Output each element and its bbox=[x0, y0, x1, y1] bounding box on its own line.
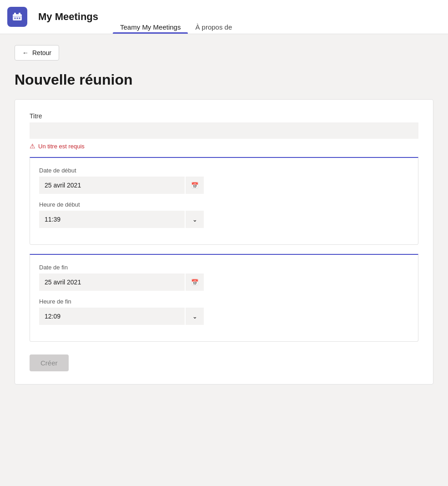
svg-rect-1 bbox=[13, 14, 22, 20]
svg-point-5 bbox=[15, 18, 16, 19]
end-date-value: 25 avril 2021 bbox=[39, 273, 185, 291]
start-date-value: 25 avril 2021 bbox=[39, 177, 185, 194]
title-error-message: ⚠ Un titre est requis bbox=[30, 142, 418, 150]
end-time-value: 12:09 bbox=[39, 308, 185, 325]
start-time-field: Heure de début 11:39 ⌄ bbox=[39, 201, 409, 228]
warning-icon: ⚠ bbox=[30, 142, 35, 150]
back-button[interactable]: ← Retour bbox=[15, 45, 59, 61]
start-time-label: Heure de début bbox=[39, 201, 409, 208]
title-label: Titre bbox=[30, 112, 418, 120]
start-date-label: Date de début bbox=[39, 167, 409, 174]
end-time-input-row: 12:09 ⌄ bbox=[39, 308, 409, 325]
app-logo bbox=[7, 7, 27, 27]
start-time-input-row: 11:39 ⌄ bbox=[39, 211, 409, 228]
error-text: Un titre est requis bbox=[38, 143, 85, 150]
create-button-label: Créer bbox=[40, 359, 58, 367]
new-meeting-form: Titre ⚠ Un titre est requis Date de débu… bbox=[15, 99, 433, 385]
calendar-icon: 📅 bbox=[191, 182, 199, 189]
svg-rect-3 bbox=[19, 13, 20, 15]
start-time-dropdown-button[interactable]: ⌄ bbox=[186, 211, 204, 228]
nav-tab-apropos[interactable]: À propos de bbox=[188, 0, 239, 34]
main-content: ← Retour Nouvelle réunion Titre ⚠ Un tit… bbox=[0, 34, 448, 395]
start-date-field: Date de début 25 avril 2021 📅 bbox=[39, 167, 409, 194]
page-title: Nouvelle réunion bbox=[15, 71, 433, 88]
end-date-calendar-button[interactable]: 📅 bbox=[186, 273, 204, 291]
main-nav: Teamy My Meetings À propos de bbox=[113, 0, 239, 34]
svg-point-7 bbox=[19, 18, 20, 19]
end-datetime-section: Date de fin 25 avril 2021 📅 Heure de fin… bbox=[30, 254, 418, 342]
end-time-dropdown-button[interactable]: ⌄ bbox=[186, 308, 204, 325]
title-field-group: Titre bbox=[30, 112, 418, 139]
svg-point-6 bbox=[17, 18, 18, 19]
chevron-down-icon: ⌄ bbox=[192, 216, 197, 223]
calendar-icon: 📅 bbox=[191, 279, 199, 286]
back-arrow-icon: ← bbox=[22, 49, 29, 56]
app-title: My Meetings bbox=[38, 11, 98, 23]
chevron-down-icon: ⌄ bbox=[192, 313, 197, 320]
title-input[interactable] bbox=[30, 122, 418, 139]
svg-rect-2 bbox=[14, 13, 16, 15]
app-header: My Meetings Teamy My Meetings À propos d… bbox=[0, 0, 448, 34]
start-time-value: 11:39 bbox=[39, 211, 185, 228]
back-button-label: Retour bbox=[32, 49, 51, 56]
svg-rect-4 bbox=[13, 16, 22, 17]
start-date-calendar-button[interactable]: 📅 bbox=[186, 177, 204, 194]
start-date-input-row: 25 avril 2021 📅 bbox=[39, 177, 409, 194]
nav-tab-teamy[interactable]: Teamy My Meetings bbox=[113, 0, 188, 34]
end-date-label: Date de fin bbox=[39, 264, 409, 271]
create-button[interactable]: Créer bbox=[30, 354, 69, 371]
end-date-input-row: 25 avril 2021 📅 bbox=[39, 273, 409, 291]
end-time-label: Heure de fin bbox=[39, 298, 409, 305]
end-time-field: Heure de fin 12:09 ⌄ bbox=[39, 298, 409, 325]
start-datetime-section: Date de début 25 avril 2021 📅 Heure de d… bbox=[30, 157, 418, 245]
end-date-field: Date de fin 25 avril 2021 📅 bbox=[39, 264, 409, 291]
